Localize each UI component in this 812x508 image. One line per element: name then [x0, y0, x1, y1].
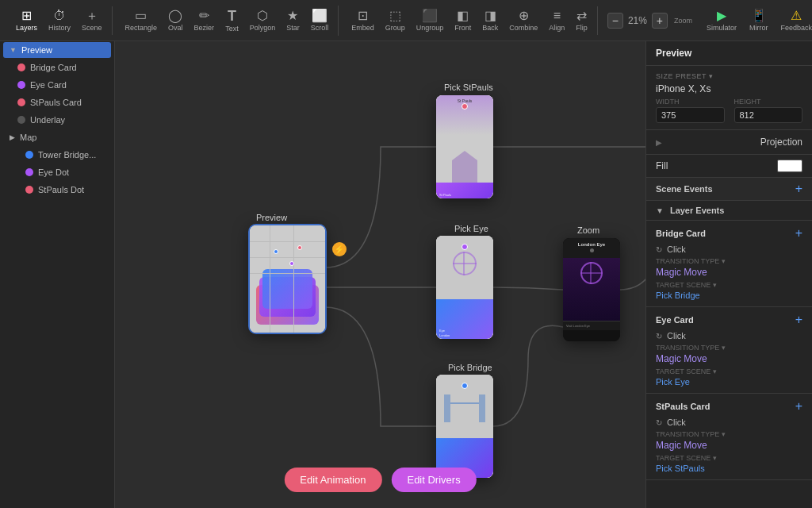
width-field: WIDTH 375 — [656, 98, 725, 123]
rectangle-label: Rectangle — [125, 24, 158, 32]
width-label: WIDTH — [656, 98, 725, 106]
ungroup-tool[interactable]: ⬛ Ungroup — [412, 6, 449, 35]
embed-icon: ⊡ — [358, 10, 368, 22]
eye-card-click-row: ↻ Click — [656, 331, 802, 341]
bridge-card-event-title: Bridge Card + — [656, 227, 802, 240]
sidebar-item-bridge-card[interactable]: Bridge Card — [3, 60, 111, 75]
simulator-button[interactable]: ▶ Simulator — [702, 6, 741, 35]
scene-events-add-button[interactable]: + — [795, 183, 802, 195]
group-tool[interactable]: ⬚ Group — [381, 6, 410, 35]
polygon-tool[interactable]: ⬡ Polygon — [245, 6, 281, 35]
width-value[interactable]: 375 — [656, 107, 725, 123]
tower-bridge-dot — [25, 151, 33, 159]
oval-tool[interactable]: ◯ Oval — [163, 6, 188, 35]
stpauls-card-click-label: Click — [667, 418, 686, 427]
ungroup-icon: ⬛ — [422, 10, 438, 22]
fill-color-box[interactable] — [777, 160, 802, 172]
flip-tool[interactable]: ⇄ Flip — [571, 6, 592, 35]
stpauls-card-dot — [17, 98, 25, 106]
combine-icon: ⊕ — [519, 10, 529, 22]
eye-card-event-add-button[interactable]: + — [795, 314, 802, 326]
sidebar-stpauls-card-label: StPauls Card — [30, 98, 82, 107]
bridge-card-event-add-button[interactable]: + — [795, 227, 802, 240]
toolbar: ⊞ Layers ⏱ History ＋ Scene ▭ Rectangle ◯… — [0, 0, 812, 41]
sidebar-item-stpauls-dot[interactable]: StPauls Dot — [3, 182, 111, 198]
front-label: Front — [454, 24, 471, 32]
scroll-tool[interactable]: ⬜ Scroll — [306, 6, 334, 35]
size-preset-section: SIZE PRESET ▾ iPhone X, Xs WIDTH 375 HEI… — [646, 66, 812, 130]
projection-label: Projection — [760, 137, 802, 148]
sidebar-item-tower-bridge[interactable]: Tower Bridge... — [3, 147, 111, 163]
star-tool[interactable]: ★ Star — [282, 6, 304, 35]
zoom-plus-button[interactable]: + — [652, 13, 668, 29]
group-icon: ⬚ — [389, 10, 401, 22]
stpauls-card-click-row: ↻ Click — [656, 418, 802, 427]
stpauls-card-event-block: StPauls Card + ↻ Click TRANSITION TYPE ▾… — [646, 394, 812, 480]
pick-eye-screen[interactable]: London Eye — [436, 236, 493, 339]
scroll-icon: ⬜ — [312, 10, 327, 22]
scroll-label: Scroll — [311, 24, 329, 32]
zoom-label: Zoom — [577, 225, 599, 235]
layer-events-header[interactable]: ▼ Layer Events — [646, 201, 812, 221]
sidebar-item-eye-dot[interactable]: Eye Dot — [3, 164, 111, 180]
sidebar-stpauls-dot-label: StPauls Dot — [38, 185, 84, 194]
sidebar-item-eye-card[interactable]: Eye Card — [3, 77, 111, 93]
layers-button[interactable]: ⊞ Layers — [11, 6, 42, 35]
sidebar-item-preview[interactable]: ▼ Preview — [3, 42, 111, 58]
zoom-screen[interactable]: London Eye Visit London Eye — [563, 238, 620, 341]
rectangle-icon: ▭ — [135, 10, 147, 22]
eye-card-transition-value: Magic Move — [656, 353, 802, 364]
zoom-label: Zoom — [674, 17, 692, 25]
stpauls-card-event-name: StPauls Card — [656, 402, 710, 411]
scene-events-title: Scene Events — [656, 184, 713, 194]
height-value[interactable]: 812 — [734, 107, 803, 123]
combine-tool[interactable]: ⊕ Combine — [504, 6, 542, 35]
fill-label: Fill — [656, 160, 668, 171]
scene-events-header[interactable]: Scene Events + — [646, 178, 812, 201]
align-label: Align — [549, 24, 565, 32]
feedback-label: Feedback — [780, 24, 812, 32]
canvas[interactable]: Preview ⚡ — [115, 41, 645, 508]
size-preset-label: SIZE PRESET ▾ — [656, 72, 802, 80]
align-tool[interactable]: ≡ Align — [544, 6, 569, 35]
zoom-minus-button[interactable]: − — [607, 13, 623, 29]
bridge-card-dot — [17, 64, 25, 71]
sidebar-item-map[interactable]: ▶ Map — [3, 129, 111, 145]
bezier-icon: ✏ — [199, 10, 209, 22]
eye-card-target-label: TARGET SCENE ▾ — [656, 368, 802, 375]
flip-label: Flip — [576, 24, 588, 32]
eye-card-dot — [17, 81, 25, 89]
feedback-button[interactable]: ⚠ Feedback — [776, 6, 812, 35]
preview-screen[interactable] — [250, 225, 325, 333]
scene-button[interactable]: ＋ Scene — [77, 6, 107, 35]
edit-animation-button[interactable]: Edit Animation — [284, 468, 381, 492]
history-button[interactable]: ⏱ History — [44, 6, 75, 35]
simulator-icon: ▶ — [717, 10, 726, 22]
back-tool[interactable]: ◨ Back — [477, 6, 503, 35]
group-label: Group — [385, 24, 405, 32]
sidebar-item-stpauls-card[interactable]: StPauls Card — [3, 94, 111, 110]
sidebar-item-underlay[interactable]: Underlay — [3, 112, 111, 128]
rectangle-tool[interactable]: ▭ Rectangle — [121, 6, 163, 35]
bridge-card-target-label: TARGET SCENE ▾ — [656, 281, 802, 289]
mirror-button[interactable]: 📱 Mirror — [745, 6, 773, 35]
panel-title: Preview — [646, 41, 812, 66]
layer-events-collapse-icon: ▼ — [656, 206, 664, 215]
pick-stpauls-screen[interactable]: St Pauls St Pauls — [436, 95, 493, 198]
mirror-label: Mirror — [749, 24, 768, 32]
embed-tool[interactable]: ⊡ Embed — [347, 6, 379, 35]
layer-events-title: ▼ Layer Events — [656, 206, 724, 215]
embed-label: Embed — [351, 24, 374, 32]
oval-icon: ◯ — [168, 10, 182, 22]
edit-drivers-button[interactable]: Edit Drivers — [391, 468, 476, 492]
stpauls-card-event-title: StPauls Card + — [656, 400, 802, 413]
text-label: Text — [225, 25, 239, 33]
stpauls-card-event-add-button[interactable]: + — [795, 400, 802, 413]
toolbar-right-group: ▶ Simulator 📱 Mirror ⚠ Feedback — [702, 6, 812, 35]
front-tool[interactable]: ◧ Front — [450, 6, 476, 35]
dimensions-row: WIDTH 375 HEIGHT 812 — [656, 98, 802, 123]
pick-bridge-screen[interactable]: Bridge — [436, 375, 493, 478]
text-tool[interactable]: T Text — [220, 6, 243, 36]
bezier-tool[interactable]: ✏ Bezier — [190, 6, 220, 35]
projection-row[interactable]: ▶ Projection — [646, 130, 812, 155]
